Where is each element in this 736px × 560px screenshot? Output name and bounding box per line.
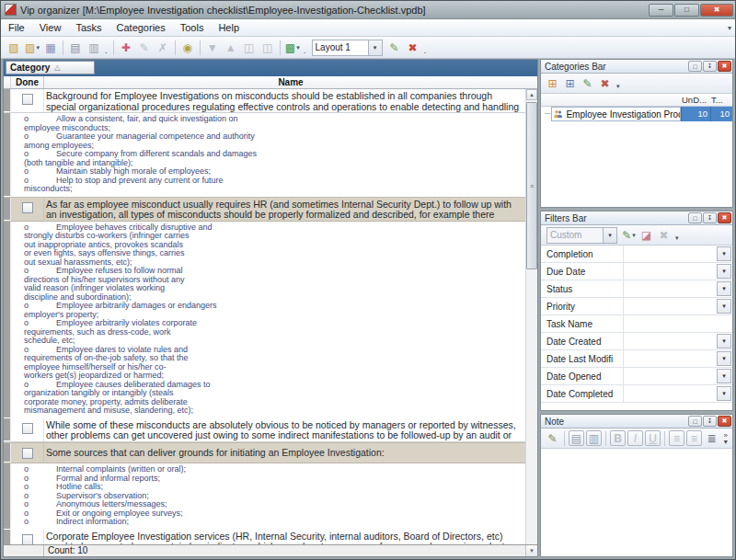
filter-row-priority: Priority▾ [541,298,732,315]
filter-value-field[interactable] [624,368,716,384]
layout-combobox-value[interactable]: Layout 1 [312,40,369,56]
print-icon[interactable]: ▤ [67,40,84,56]
align-right-icon: ≡ [686,430,702,446]
layout-combobox[interactable]: Layout 1 ▾ [312,40,383,56]
scroll-up-icon[interactable]: ▲ [526,89,537,100]
categories-column-headers: UnD... T... [541,94,732,107]
task-checkbox[interactable] [22,448,33,459]
panel-close-icon[interactable]: ✖ [718,416,731,427]
note-content[interactable] [541,449,732,556]
filter-value-field[interactable] [624,263,716,280]
panel-close-icon[interactable]: ✖ [718,61,731,72]
filter-dropdown-icon[interactable]: ▾ [717,246,731,261]
edit-category-icon[interactable]: ✎ [580,75,595,91]
toolbar-grip-dot: . [304,45,306,55]
task-checkbox[interactable] [22,423,33,434]
menu-item-tools[interactable]: Tools [173,19,212,36]
close-button[interactable]: ✖ [700,4,733,17]
edit-layout-icon[interactable]: ✎ [386,40,403,56]
panel-maximize-icon[interactable]: □ [688,61,702,72]
panel-maximize-icon[interactable]: □ [688,416,702,427]
task-notes-row[interactable]: o Internal complaints (written or oral);… [4,463,525,530]
note-line: requirements, such as dress-code, work [24,328,525,337]
bullet-list-icon[interactable]: ≣ [704,430,719,446]
menu-item-help[interactable]: Help [211,19,247,36]
done-column-header[interactable]: Done [11,76,44,88]
filter-row-due-date: Due Date▾ [541,263,732,280]
scroll-down-icon[interactable]: ▼ [525,545,537,556]
print-preview-icon[interactable]: ▥ [86,40,102,56]
filter-value-field[interactable] [624,280,716,297]
filter-value-field[interactable] [624,315,732,332]
maximize-button[interactable]: □ [674,4,699,17]
filter-dropdown-icon[interactable]: ▾ [717,281,731,296]
clear-filter-icon[interactable]: ◪ [638,227,654,243]
filter-dropdown-icon[interactable]: ▾ [717,334,731,349]
note-titlebar: Note □ ↧ ✖ [541,415,732,429]
minimize-button[interactable]: ─ [649,4,673,17]
layout-combobox-arrow-icon[interactable]: ▾ [369,40,383,56]
panel-pin-icon[interactable]: ↧ [703,212,717,223]
task-row[interactable]: Corporate Employee Investigation service… [4,530,525,545]
task-row[interactable]: Background for Employee Investigations o… [4,89,525,113]
panel-pin-icon[interactable]: ↧ [703,416,717,427]
new-database-icon[interactable]: ▧ [6,40,22,56]
panel-close-icon[interactable]: ✖ [718,212,731,223]
filter-dropdown-icon[interactable]: ▾ [717,369,731,383]
name-column-header[interactable]: Name [44,76,537,88]
edit-filter-icon[interactable]: ✎▾ [621,227,637,243]
filter-dropdown-icon[interactable]: ▾ [717,351,731,366]
filter-label: Task Name [541,315,624,332]
delete-category-icon[interactable]: ✖ [597,75,613,91]
edit-note-icon[interactable]: ✎ [545,430,560,446]
menu-item-tasks[interactable]: Tasks [68,19,109,36]
task-row[interactable]: Some sources that can deliver grounds fo… [4,442,525,464]
filter-dropdown-icon[interactable]: ▾ [717,299,731,314]
menu-overflow-icon[interactable]: ▾ [728,24,731,32]
filter-value-field[interactable] [624,298,716,314]
task-checkbox[interactable] [22,94,33,105]
layouts-icon[interactable]: ▩▾ [284,40,301,56]
menu-item-categories[interactable]: Categories [109,19,173,36]
task-row[interactable]: As far as employee misconduct usually re… [4,197,525,222]
new-task-icon[interactable]: ✚ [118,40,134,56]
filters-empty-area [541,403,732,410]
view-notes-icon[interactable]: ◉ [179,40,196,56]
panel-maximize-icon[interactable]: □ [688,212,702,223]
menu-bar: FileViewTasksCategoriesToolsHelp▾ [1,19,735,37]
save-database-icon[interactable]: ▦ [42,40,59,56]
panel-pin-icon[interactable]: ↧ [703,61,717,72]
task-checkbox[interactable] [22,534,33,545]
filter-dropdown-icon[interactable]: ▾ [717,386,731,401]
toolbar-overflow-icon[interactable]: ▾ [675,234,679,242]
task-row[interactable]: While some of these misconducts are abso… [4,418,525,442]
vertical-scrollbar[interactable]: ▲ ≡ [525,89,537,544]
total-column-header[interactable]: T... [710,94,732,106]
note-toolbar-more[interactable]: » ▾ [724,432,730,445]
menu-item-view[interactable]: View [32,19,69,36]
add-category-icon[interactable]: ⊞ [545,75,560,91]
filter-value-field[interactable] [624,385,716,402]
task-notes-row[interactable]: o Employee behaves critically disruptive… [4,222,525,418]
filter-dropdown-icon[interactable]: ▾ [717,264,731,279]
app-window: Vip organizer [M:\Employee Investigation… [0,0,736,560]
scrollbar-thumb[interactable]: ≡ [526,102,537,269]
task-checkbox[interactable] [22,202,33,213]
filter-value-field[interactable] [624,246,716,262]
toolbar-grip-dot: . [105,45,108,55]
category-row[interactable]: ─ Employee Investigation Procedures 10 1… [541,107,732,121]
category-group-button[interactable]: Category △ [6,61,95,74]
filter-value-field[interactable] [624,333,716,349]
task-notes-row[interactable]: o Allow a consistent, fair, and quick in… [4,113,525,197]
print-note-icon[interactable]: ▥ [586,430,602,446]
row-indicator-header [4,76,11,88]
toolbar-overflow-icon[interactable]: ▾ [616,83,620,90]
open-database-icon[interactable]: ▨▾ [24,40,40,56]
new-note-icon[interactable]: ▤ [569,430,584,446]
undone-column-header[interactable]: UnD... [681,94,710,106]
add-subcategory-icon[interactable]: ⊞ [562,75,578,91]
delete-layout-icon[interactable]: ✖ [405,40,421,56]
toolbar-separator [605,431,606,446]
filter-value-field[interactable] [624,350,716,367]
menu-item-file[interactable]: File [1,19,32,36]
